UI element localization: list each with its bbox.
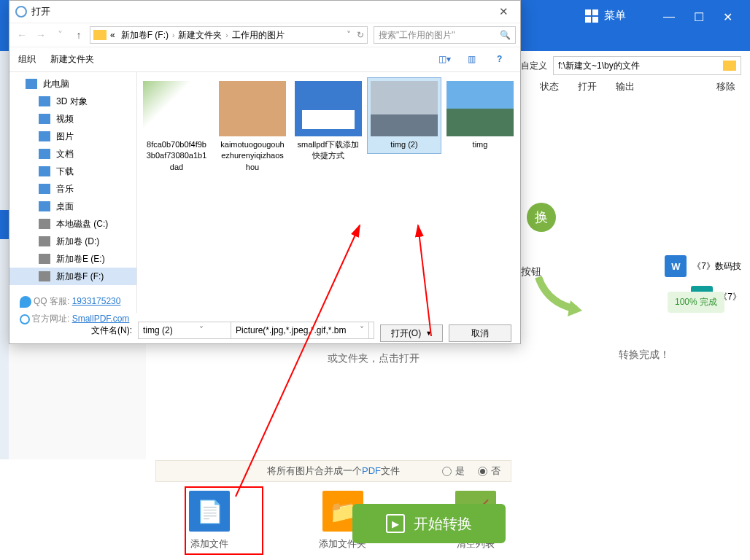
filename-input[interactable]: timg (2)˅ Picture(*.jpg,*.jpeg,*.gif,*.b… xyxy=(138,322,374,339)
output-path-input[interactable]: f:\新建文~1\by的文件 xyxy=(553,56,741,75)
file-item-selected[interactable]: timg (2) xyxy=(368,78,441,153)
file-open-dialog: 打开 ✕ ← → ˅ ↑ « 新加卷F (F:) › 新建文件夹 › 工作用的图… xyxy=(9,0,521,344)
menu-button[interactable]: 菜单 xyxy=(585,9,626,23)
folder-icon xyxy=(93,30,107,40)
open-button[interactable]: 打开(O)▼ xyxy=(380,324,443,342)
help-icon[interactable]: ? xyxy=(497,54,511,66)
file-item[interactable]: smallpdf下载添加快捷方式 xyxy=(292,78,365,165)
file-item[interactable]: kaimotuogougouhezhurenyiqizhaoshou xyxy=(216,78,289,176)
chevron-icon: › xyxy=(172,31,174,39)
contact-info: QQ 客服: 1933175230 官方网址: SmallPDF.com xyxy=(20,292,129,327)
sidebar-drive-f[interactable]: 新加卷F (F:) xyxy=(9,268,136,285)
bc-dropdown[interactable]: ˅↻ xyxy=(347,30,364,40)
forward-button[interactable]: → xyxy=(33,27,49,43)
sidebar-videos[interactable]: 视频 xyxy=(9,110,136,128)
sidebar-downloads[interactable]: 下载 xyxy=(9,163,136,180)
custom-label: 自定义 xyxy=(521,60,547,72)
qq-icon xyxy=(20,296,31,308)
maximize-icon[interactable]: ☐ xyxy=(694,10,704,24)
radio-yes[interactable]: 是 xyxy=(442,464,465,478)
app-icon xyxy=(15,6,27,18)
sidebar-drive-c[interactable]: 本地磁盘 (C:) xyxy=(9,215,136,233)
file-item[interactable]: 8fca0b70b0f4f9b3b0af73080a1b1dad xyxy=(140,78,213,176)
thumbnail xyxy=(143,81,210,136)
dialog-sidebar: 此电脑 3D 对象 视频 图片 文档 下载 音乐 桌面 本地磁盘 (C:) 新加… xyxy=(9,72,137,313)
path-text: f:\新建文~1\by的文件 xyxy=(558,60,640,72)
file-name: 《7》数码技 xyxy=(692,260,741,273)
sidebar-documents[interactable]: 文档 xyxy=(9,145,136,163)
cancel-button[interactable]: 取消 xyxy=(449,324,511,342)
column-headers: 状态 打开 输出 移除 xyxy=(540,80,735,93)
qq-link[interactable]: 1933175230 xyxy=(72,296,121,306)
thumbnail xyxy=(371,81,438,136)
dropdown-history[interactable]: ˅ xyxy=(52,27,68,43)
thumbnail xyxy=(219,81,286,136)
app-toolbar: 自定义 f:\新建文~1\by的文件 xyxy=(521,51,741,80)
minimize-icon[interactable]: — xyxy=(663,10,675,24)
col-remove: 移除 xyxy=(716,80,735,93)
filetype-select[interactable]: Picture(*.jpg,*.jpeg,*.gif,*.bm˅ xyxy=(231,322,369,339)
word-icon: W xyxy=(665,255,687,277)
green-arrow-icon xyxy=(533,274,598,318)
dialog-close-button[interactable]: ✕ xyxy=(493,5,514,18)
sidebar-pc[interactable]: 此电脑 xyxy=(9,75,136,93)
app-left-rail xyxy=(0,51,9,459)
thumbnail xyxy=(446,81,514,136)
folder-icon xyxy=(723,61,736,71)
sidebar-3d-objects[interactable]: 3D 对象 xyxy=(9,93,136,110)
browser-icon xyxy=(20,314,30,324)
up-button[interactable]: ↑ xyxy=(71,27,87,43)
organize-menu[interactable]: 组织 xyxy=(18,53,36,66)
merge-label: 将所有图片合并成一个PDF文件 xyxy=(267,464,400,478)
search-input[interactable]: 搜索"工作用的图片" 🔍 xyxy=(374,26,516,44)
sidebar-pictures[interactable]: 图片 xyxy=(9,128,136,145)
nav-bar: ← → ˅ ↑ « 新加卷F (F:) › 新建文件夹 › 工作用的图片 ˅↻ … xyxy=(9,23,520,47)
file-item[interactable]: timg xyxy=(444,78,517,153)
thumbnail xyxy=(295,81,362,136)
menu-label: 菜单 xyxy=(604,9,626,23)
col-output: 输出 xyxy=(616,80,635,93)
dialog-title: 打开 xyxy=(31,5,50,18)
dialog-titlebar: 打开 ✕ xyxy=(9,1,520,23)
search-icon: 🔍 xyxy=(500,30,511,40)
new-folder-button[interactable]: 新建文件夹 xyxy=(50,53,94,66)
sidebar-drive-e[interactable]: 新加卷E (E:) xyxy=(9,250,136,268)
convert-badge: 换 xyxy=(527,203,556,232)
bc-drive[interactable]: 新加卷F (F:) xyxy=(119,29,171,42)
file-list[interactable]: 8fca0b70b0f4f9b3b0af73080a1b1dad kaimotu… xyxy=(137,72,520,313)
app-sidebar-bg xyxy=(9,341,146,459)
chevron-icon: › xyxy=(225,31,228,39)
sidebar-drive-d[interactable]: 新加卷 (D:) xyxy=(9,233,136,250)
dialog-body: 此电脑 3D 对象 视频 图片 文档 下载 音乐 桌面 本地磁盘 (C:) 新加… xyxy=(9,72,520,313)
start-convert-button[interactable]: ▶ 开始转换 xyxy=(352,504,506,543)
drop-hint: 或文件夹，点击打开 xyxy=(328,352,420,365)
col-open: 打开 xyxy=(578,80,597,93)
convert-done-label: 转换完成！ xyxy=(619,349,670,362)
done-badge: 100% 完成 xyxy=(668,292,724,313)
result-file-word[interactable]: W 《7》数码技 xyxy=(665,255,741,277)
bc-folder2[interactable]: 工作用的图片 xyxy=(230,29,287,42)
window-controls: — ☐ ✕ xyxy=(663,10,732,24)
merge-option-bar: 将所有图片合并成一个PDF文件 是 否 xyxy=(155,460,511,482)
preview-pane-button[interactable]: ▥ xyxy=(468,54,482,66)
close-icon[interactable]: ✕ xyxy=(723,10,732,24)
bc-prefix: « xyxy=(108,30,117,40)
sidebar-desktop[interactable]: 桌面 xyxy=(9,198,136,215)
bc-folder1[interactable]: 新建文件夹 xyxy=(176,29,224,42)
view-mode-button[interactable]: ◫▾ xyxy=(438,54,453,66)
radio-no[interactable]: 否 xyxy=(478,464,500,478)
play-icon: ▶ xyxy=(386,514,405,533)
menu-icon xyxy=(585,9,598,23)
breadcrumb-box[interactable]: « 新加卷F (F:) › 新建文件夹 › 工作用的图片 ˅↻ xyxy=(90,26,368,44)
col-status: 状态 xyxy=(540,80,559,93)
search-placeholder: 搜索"工作用的图片" xyxy=(379,29,455,42)
dialog-toolbar: 组织 新建文件夹 ◫▾ ▥ ? xyxy=(9,47,520,72)
site-link[interactable]: SmallPDF.com xyxy=(72,314,130,324)
annotation-highlight xyxy=(185,486,263,555)
sidebar-music[interactable]: 音乐 xyxy=(9,180,136,198)
back-button[interactable]: ← xyxy=(14,27,30,43)
